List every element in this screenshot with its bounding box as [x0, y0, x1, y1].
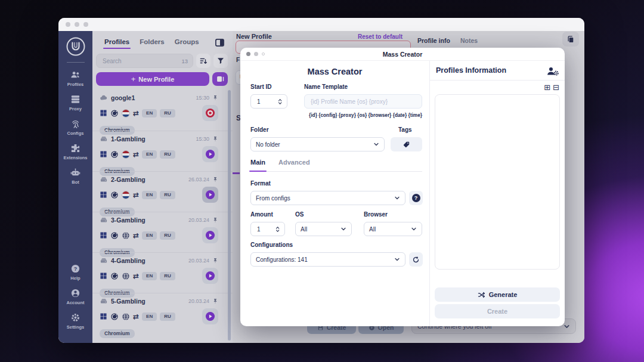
pin-icon[interactable] — [212, 95, 218, 101]
modal-titlebar: Mass Creator — [240, 48, 565, 61]
fingerprint-icon — [70, 119, 80, 129]
tab-profile-info[interactable]: Profile info — [417, 37, 450, 44]
duplicate-button[interactable] — [562, 32, 579, 47]
expand-all-icon[interactable]: ⊞ — [544, 83, 550, 91]
modal-tabs: Main Advanced — [250, 159, 422, 172]
reset-to-default-link[interactable]: Reset to default — [358, 33, 402, 40]
pin-icon[interactable] — [212, 258, 218, 264]
tab-advanced[interactable]: Advanced — [278, 159, 310, 171]
sort-button[interactable] — [196, 54, 210, 68]
name-template-label: Name Template — [304, 83, 348, 90]
sidebar-item-bot[interactable]: Bot — [63, 168, 87, 185]
person-gear-icon[interactable] — [546, 66, 559, 76]
play-button[interactable] — [205, 230, 215, 240]
action-chip[interactable] — [202, 308, 218, 324]
profile-row[interactable]: 3-Gambling 20.03.24 ⇄ ENRU Chromium — [92, 212, 233, 252]
action-chip[interactable] — [202, 146, 218, 162]
profile-timestamp: 26.03.24 — [188, 177, 209, 182]
stepper-icon[interactable] — [275, 225, 280, 234]
sidebar-item-configs[interactable]: Configs — [63, 119, 87, 136]
sidebar-nav: Profiles Proxy Configs Extensions Bot — [63, 70, 87, 192]
start-id-field[interactable] — [250, 94, 287, 109]
sidebar-item-help[interactable]: Help — [70, 264, 80, 281]
help-icon — [70, 264, 80, 274]
folder-select[interactable]: No folder — [250, 137, 385, 151]
tab-notes[interactable]: Notes — [460, 37, 478, 44]
sidebar-item-proxy[interactable]: Proxy — [63, 94, 87, 112]
profile-row[interactable]: 5-Gambling 20.03.24 ⇄ ENRU Chromium — [92, 293, 233, 333]
pin-icon[interactable] — [212, 298, 218, 304]
robot-icon — [70, 168, 80, 178]
action-chip[interactable] — [202, 268, 218, 284]
name-template-field[interactable] — [304, 94, 422, 109]
window-maximize-button[interactable] — [83, 22, 88, 27]
profile-row[interactable]: 4-Gambling 20.03.24 ⇄ ENRU Chromium — [92, 252, 233, 293]
profiles-information-title: Profiles Information — [436, 66, 506, 75]
pin-icon[interactable] — [212, 136, 218, 142]
search-input[interactable] — [101, 57, 179, 65]
os-select[interactable]: All — [295, 222, 352, 236]
profile-row[interactable]: 2-Gambling 26.03.24 ⇄ ENRU Chromium — [92, 171, 233, 212]
name-template-input[interactable] — [309, 98, 417, 106]
local-storage-icon — [100, 216, 108, 224]
play-button[interactable] — [205, 190, 215, 200]
stop-button[interactable] — [205, 108, 215, 118]
tab-main[interactable]: Main — [250, 159, 265, 171]
play-button[interactable] — [205, 271, 215, 281]
stepper-icon[interactable] — [278, 97, 282, 106]
sidebar-divider — [67, 62, 85, 63]
tab-folders[interactable]: Folders — [140, 38, 165, 49]
search-box[interactable]: 13 — [96, 54, 193, 68]
profiles-information-box — [435, 94, 560, 270]
profile-timestamp: 20.03.24 — [188, 298, 209, 304]
panel-toggle-button[interactable] — [215, 38, 227, 49]
language-badge: EN — [142, 272, 157, 280]
generate-button[interactable]: Generate — [435, 287, 560, 302]
amount-input[interactable] — [256, 225, 275, 233]
language-badge: RU — [160, 109, 175, 117]
window-close-button[interactable] — [66, 22, 70, 27]
filter-button[interactable] — [213, 54, 228, 68]
chevron-down-icon — [340, 226, 346, 232]
tab-groups[interactable]: Groups — [175, 38, 199, 49]
start-id-input[interactable] — [256, 98, 278, 106]
window-minimize-button[interactable] — [75, 22, 79, 27]
tags-button[interactable] — [391, 137, 422, 151]
refresh-configurations-button[interactable] — [409, 252, 423, 267]
browser-engine-icon — [110, 109, 119, 117]
list-scrollbar[interactable] — [228, 90, 231, 341]
configurations-select[interactable]: Configurations: 141 — [250, 252, 405, 267]
new-profile-button[interactable]: + New Profile — [96, 72, 209, 86]
tab-profiles[interactable]: Profiles — [104, 38, 129, 49]
action-chip[interactable] — [202, 227, 218, 243]
play-button[interactable] — [205, 149, 215, 159]
sidebar-item-extensions[interactable]: Extensions — [63, 143, 87, 160]
panel-toggle-icon — [215, 38, 225, 48]
create-button-disabled[interactable]: Create — [435, 304, 560, 318]
amount-field[interactable] — [250, 222, 285, 236]
mass-creator-button[interactable] — [212, 72, 228, 86]
browser-select[interactable]: All — [364, 222, 422, 236]
profile-name: 2-Gambling — [111, 176, 145, 183]
sidebar-item-profiles[interactable]: Profiles — [63, 70, 87, 87]
local-storage-icon — [100, 256, 108, 265]
sidebar-item-account[interactable]: Account — [67, 288, 85, 305]
format-help-button[interactable]: ? — [409, 191, 423, 205]
profile-row[interactable]: google1 15:30 ⇄ ENRU Chromium — [92, 90, 233, 131]
pin-icon[interactable] — [212, 217, 218, 223]
language-badges: ENRU — [142, 191, 175, 199]
profile-list: google1 15:30 ⇄ ENRU Chromium 1-Gambling… — [92, 90, 233, 343]
profile-row[interactable]: 1-Gambling 15:30 ⇄ ENRU Chromium — [92, 131, 233, 171]
globe-icon — [122, 272, 130, 280]
action-chip[interactable] — [202, 187, 218, 203]
format-select[interactable]: From configs — [250, 191, 405, 205]
language-badge: EN — [142, 109, 157, 117]
action-chip[interactable] — [202, 105, 218, 121]
sidebar-item-settings[interactable]: Settings — [67, 313, 85, 330]
tag-icon — [402, 141, 410, 148]
windows-icon — [100, 109, 107, 117]
collapse-all-icon[interactable]: ⊟ — [553, 83, 559, 91]
pin-icon[interactable] — [212, 177, 218, 182]
play-button[interactable] — [205, 311, 215, 321]
sidebar-nav-bottom: Help Account Settings — [67, 264, 85, 343]
